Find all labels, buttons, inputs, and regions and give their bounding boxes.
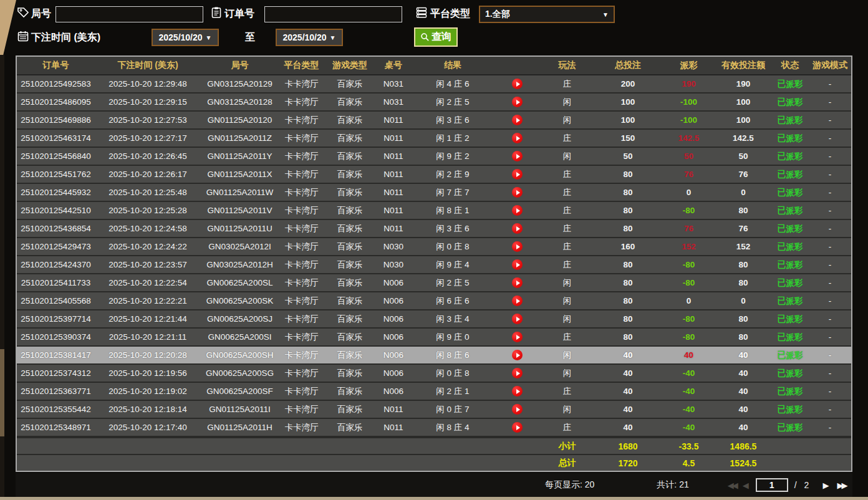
pagination-bar: 每页显示: 20 共计: 21 ◀◀ ◀ / 2 ▶ ▶▶ <box>16 473 852 497</box>
replay-icon[interactable] <box>494 277 541 288</box>
cell-total-bet: 100 <box>594 97 662 107</box>
cell-table-no: N030 <box>375 242 412 251</box>
replay-icon[interactable] <box>494 314 541 324</box>
cell-table-no: N006 <box>375 332 412 342</box>
subtotal-row: 小计 1680 -33.5 1486.5 <box>17 437 851 454</box>
date-to-picker[interactable]: 2025/10/20 ▼ <box>276 29 343 46</box>
cell-play: 庄 <box>541 332 594 343</box>
cell-mode: - <box>809 314 851 324</box>
cell-result: 闲 2 庄 1 <box>412 386 494 397</box>
table-row[interactable]: 2510201253637712025-10-20 12:19:02GN0062… <box>17 383 851 401</box>
cell-status: 已派彩 <box>771 259 809 271</box>
replay-icon[interactable] <box>494 151 541 161</box>
cell-order: 251020125463174 <box>17 133 95 143</box>
table-row[interactable]: 2510201253489712025-10-20 12:17:40GN0112… <box>17 419 851 437</box>
table-row[interactable]: 2510201254243702025-10-20 12:23:57GN0302… <box>17 256 851 274</box>
cell-round: GN01125A2011I <box>201 405 279 414</box>
replay-icon[interactable] <box>494 404 541 415</box>
replay-icon[interactable] <box>494 350 541 360</box>
table-row[interactable]: 2510201254117332025-10-20 12:22:54GN0062… <box>17 274 851 292</box>
table-row[interactable]: 2510201254459322025-10-20 12:25:48GN0112… <box>17 184 851 202</box>
cell-valid-bet: 40 <box>715 405 771 414</box>
column-header: 游戏类型 <box>324 60 375 71</box>
replay-icon[interactable] <box>494 187 541 198</box>
table-row[interactable]: 2510201254860952025-10-20 12:29:15GN0312… <box>17 94 851 112</box>
replay-icon[interactable] <box>494 79 541 89</box>
query-button[interactable]: 查询 <box>414 27 458 47</box>
cell-platform: 卡卡湾厅 <box>279 422 324 433</box>
cell-platform: 卡卡湾厅 <box>279 241 324 252</box>
cell-time: 2025-10-20 12:25:28 <box>95 206 201 215</box>
column-header: 下注时间 (美东) <box>95 60 201 71</box>
cell-order: 251020125451762 <box>17 170 95 179</box>
date-from-picker[interactable]: 2025/10/20 ▼ <box>152 29 219 46</box>
cell-round: GN00625A200SI <box>201 332 279 342</box>
subtotal-payout: -33.5 <box>662 441 715 451</box>
cell-game: 百家乐 <box>324 350 375 361</box>
round-input[interactable] <box>55 6 203 22</box>
replay-icon[interactable] <box>494 115 541 125</box>
table-row[interactable]: 2510201254631742025-10-20 12:27:17GN0112… <box>17 130 851 148</box>
replay-icon[interactable] <box>494 259 541 270</box>
cell-result: 闲 8 庄 4 <box>412 422 494 433</box>
cell-valid-bet: 76 <box>715 224 771 233</box>
cell-status: 已派彩 <box>771 223 809 234</box>
table-row[interactable]: 2510201254425102025-10-20 12:25:28GN0112… <box>17 202 851 220</box>
table-row[interactable]: 2510201254368542025-10-20 12:24:58GN0112… <box>17 220 851 238</box>
column-header: 局号 <box>201 60 279 71</box>
replay-icon[interactable] <box>494 169 541 180</box>
cell-round: GN00625A200SK <box>201 296 279 305</box>
cell-status: 已派彩 <box>771 115 809 126</box>
replay-icon[interactable] <box>494 223 541 234</box>
cell-mode: - <box>809 170 851 179</box>
table-row[interactable]: 2510201254925832025-10-20 12:29:48GN0312… <box>17 75 851 94</box>
date-from-value: 2025/10/20 <box>159 32 203 42</box>
cell-table-no: N011 <box>375 224 412 233</box>
cell-payout: -100 <box>662 97 715 107</box>
cell-time: 2025-10-20 12:21:11 <box>95 332 201 342</box>
order-input[interactable] <box>264 6 402 22</box>
table-row[interactable]: 2510201253903742025-10-20 12:21:11GN0062… <box>17 329 851 347</box>
table-row[interactable]: 2510201254568402025-10-20 12:26:45GN0112… <box>17 148 851 166</box>
table-row[interactable]: 2510201254517622025-10-20 12:26:17GN0112… <box>17 166 851 184</box>
table-row[interactable]: 2510201253743122025-10-20 12:19:56GN0062… <box>17 365 851 383</box>
replay-icon[interactable] <box>494 296 541 306</box>
replay-icon[interactable] <box>494 386 541 397</box>
page-number-input[interactable] <box>756 478 788 492</box>
cell-mode: - <box>809 133 851 143</box>
cell-result: 闲 0 庄 8 <box>412 368 494 379</box>
cell-round: GN01125A2011U <box>201 224 279 233</box>
cell-play: 闲 <box>541 314 594 325</box>
platform-select[interactable]: 1.全部 ▼ <box>479 6 615 23</box>
next-page-icon[interactable]: ▶ <box>822 481 827 490</box>
cell-order: 251020125486095 <box>17 97 95 107</box>
cell-round: GN03025A2012H <box>201 260 279 269</box>
cell-mode: - <box>809 405 851 414</box>
table-row-selected[interactable]: 2510201253814172025-10-20 12:20:28GN0062… <box>17 347 851 365</box>
replay-icon[interactable] <box>494 368 541 378</box>
replay-icon[interactable] <box>494 332 541 342</box>
table-row[interactable]: 2510201254294732025-10-20 12:24:22GN0302… <box>17 238 851 256</box>
cell-mode: - <box>809 260 851 269</box>
table-row[interactable]: 2510201253554422025-10-20 12:18:14GN0112… <box>17 401 851 419</box>
replay-icon[interactable] <box>494 422 541 433</box>
cell-total-bet: 80 <box>594 278 662 287</box>
replay-icon[interactable] <box>494 205 541 216</box>
table-row[interactable]: 2510201253977142025-10-20 12:21:44GN0062… <box>17 310 851 329</box>
replay-icon[interactable] <box>494 241 541 252</box>
first-page-icon[interactable]: ◀◀ <box>728 481 736 490</box>
cell-play: 闲 <box>541 296 594 307</box>
last-page-icon[interactable]: ▶▶ <box>837 481 846 490</box>
cell-time: 2025-10-20 12:19:02 <box>95 387 201 396</box>
cell-table-no: N031 <box>375 97 412 107</box>
cell-payout: -40 <box>662 423 715 432</box>
cell-game: 百家乐 <box>324 133 375 144</box>
replay-icon[interactable] <box>494 133 541 143</box>
prev-page-icon[interactable]: ◀ <box>743 481 747 490</box>
table-row[interactable]: 2510201254698862025-10-20 12:27:53GN0112… <box>17 112 851 130</box>
cell-platform: 卡卡湾厅 <box>279 205 324 216</box>
cell-result: 闲 2 庄 9 <box>412 169 494 180</box>
table-row[interactable]: 2510201254055682025-10-20 12:22:21GN0062… <box>17 292 851 310</box>
replay-icon[interactable] <box>494 97 541 107</box>
tag-icon <box>17 6 29 19</box>
